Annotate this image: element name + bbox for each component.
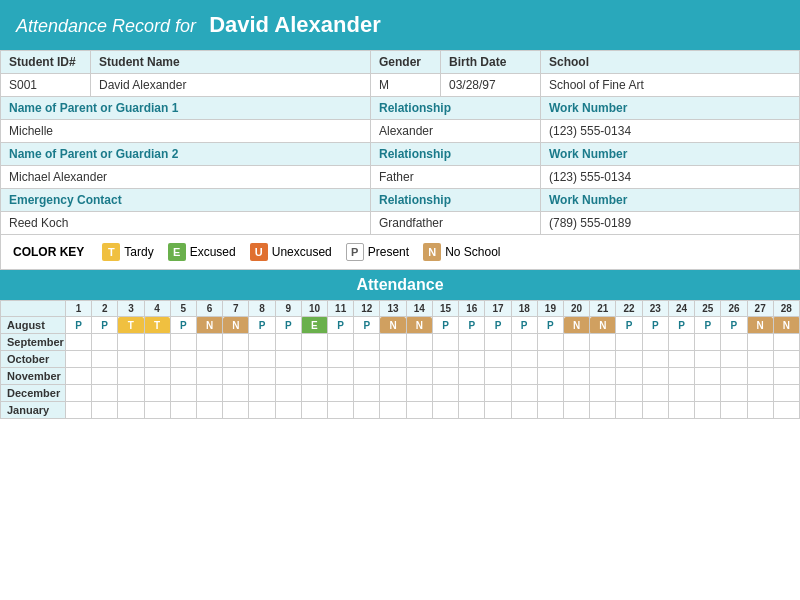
att-cell-august-day-27: N [747,317,773,334]
att-cell-december-day-23 [642,385,668,402]
att-cell-december-day-14 [406,385,432,402]
day-number-12: 12 [354,301,380,317]
att-cell-august-day-26: P [721,317,747,334]
unexcused-box: U [250,243,268,261]
month-label-october: October [1,351,66,368]
att-cell-august-day-8: P [249,317,275,334]
att-cell-october-day-5 [170,351,196,368]
att-cell-january-day-27 [747,402,773,419]
att-cell-december-day-27 [747,385,773,402]
att-cell-october-day-3 [118,351,144,368]
att-cell-november-day-26 [721,368,747,385]
student-id-value: S001 [1,74,91,97]
att-cell-december-day-12 [354,385,380,402]
student-info-table: Student ID# Student Name Gender Birth Da… [0,50,800,235]
day-number-5: 5 [170,301,196,317]
att-cell-november-day-5 [170,368,196,385]
att-cell-january-day-22 [616,402,642,419]
key-item-excused: E Excused [168,243,236,261]
att-cell-august-day-15: P [432,317,458,334]
day-number-6: 6 [196,301,222,317]
att-cell-november-day-24 [668,368,694,385]
guardian2-work-label: Work Number [541,143,800,166]
att-cell-october-day-25 [695,351,721,368]
guardian1-label: Name of Parent or Guardian 1 [1,97,371,120]
key-item-present: P Present [346,243,409,261]
att-cell-october-day-13 [380,351,406,368]
day-number-22: 22 [616,301,642,317]
att-cell-december-day-5 [170,385,196,402]
attendance-section: Attendance 12345678910111213141516171819… [0,270,800,419]
att-cell-december-day-25 [695,385,721,402]
att-cell-august-day-4: T [144,317,170,334]
tardy-label: Tardy [124,245,153,259]
att-cell-october-day-27 [747,351,773,368]
att-cell-october-day-22 [616,351,642,368]
day-number-20: 20 [564,301,590,317]
att-cell-december-day-9 [275,385,301,402]
att-cell-september-day-11 [328,334,354,351]
att-cell-january-day-16 [459,402,485,419]
att-cell-august-day-3: T [118,317,144,334]
page-header: Attendance Record for David Alexander [0,0,800,50]
day-number-11: 11 [328,301,354,317]
att-cell-september-day-13 [380,334,406,351]
att-cell-january-day-28 [773,402,799,419]
att-cell-october-day-12 [354,351,380,368]
att-cell-december-day-3 [118,385,144,402]
att-cell-november-day-25 [695,368,721,385]
att-cell-september-day-28 [773,334,799,351]
att-cell-september-day-4 [144,334,170,351]
guardian1-rel-label: Relationship [371,97,541,120]
att-cell-october-day-17 [485,351,511,368]
att-cell-november-day-21 [590,368,616,385]
att-cell-december-day-26 [721,385,747,402]
att-cell-september-day-18 [511,334,537,351]
att-cell-january-day-3 [118,402,144,419]
att-cell-december-day-2 [92,385,118,402]
att-cell-august-day-9: P [275,317,301,334]
month-label-august: August [1,317,66,334]
att-cell-august-day-19: P [537,317,563,334]
noschool-label: No School [445,245,500,259]
att-cell-january-day-5 [170,402,196,419]
att-cell-august-day-22: P [616,317,642,334]
att-cell-december-day-18 [511,385,537,402]
att-cell-october-day-7 [223,351,249,368]
attendance-title: Attendance [0,270,800,300]
att-cell-august-day-25: P [695,317,721,334]
att-cell-september-day-3 [118,334,144,351]
month-header-cell [1,301,66,317]
day-number-9: 9 [275,301,301,317]
excused-box: E [168,243,186,261]
attendance-table: 1234567891011121314151617181920212223242… [0,300,800,419]
att-cell-january-day-23 [642,402,668,419]
att-cell-january-day-25 [695,402,721,419]
att-cell-september-day-5 [170,334,196,351]
att-cell-september-day-6 [196,334,222,351]
key-item-tardy: T Tardy [102,243,153,261]
day-number-16: 16 [459,301,485,317]
att-cell-october-day-6 [196,351,222,368]
emergency-work-label: Work Number [541,189,800,212]
day-number-18: 18 [511,301,537,317]
att-cell-december-day-4 [144,385,170,402]
day-number-19: 19 [537,301,563,317]
att-cell-december-day-10 [301,385,327,402]
att-cell-september-day-19 [537,334,563,351]
att-cell-september-day-23 [642,334,668,351]
month-label-september: September [1,334,66,351]
guardian2-rel-label: Relationship [371,143,541,166]
emergency-work-value: (789) 555-0189 [541,212,800,235]
att-cell-january-day-8 [249,402,275,419]
att-cell-november-day-16 [459,368,485,385]
att-cell-november-day-17 [485,368,511,385]
key-item-noschool: N No School [423,243,500,261]
day-number-24: 24 [668,301,694,317]
att-cell-august-day-10: E [301,317,327,334]
color-key-label: COLOR KEY [13,245,84,259]
att-cell-december-day-24 [668,385,694,402]
att-cell-september-day-22 [616,334,642,351]
attendance-row-december: December [1,385,800,402]
guardian2-rel-value: Father [371,166,541,189]
